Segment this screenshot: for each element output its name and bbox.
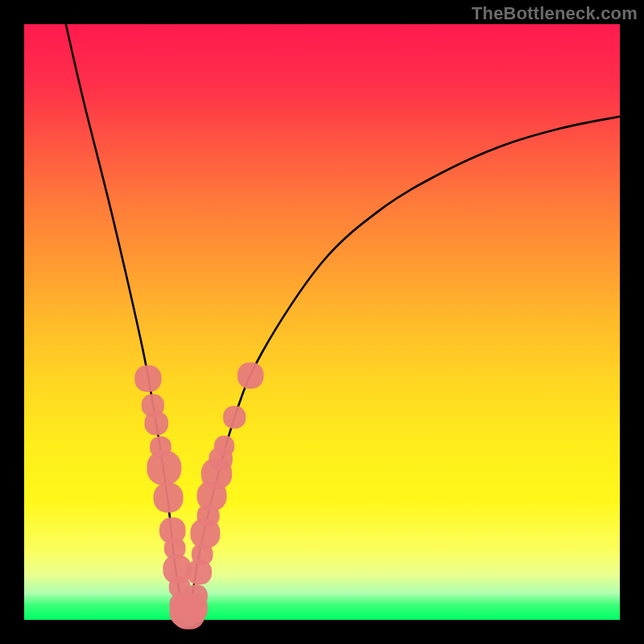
data-point (147, 451, 181, 485)
data-point (185, 584, 208, 607)
data-point (237, 362, 264, 389)
data-point (134, 365, 161, 392)
data-point (144, 411, 168, 436)
data-point (223, 406, 246, 428)
chart-container: TheBottleneck.com (0, 0, 644, 644)
bottleneck-curve (66, 24, 620, 616)
chart-svg (24, 24, 620, 620)
watermark-text: TheBottleneck.com (472, 3, 638, 24)
data-point (214, 436, 234, 456)
curve-path (66, 24, 620, 616)
data-markers (134, 362, 263, 630)
plot-area (24, 24, 620, 620)
data-point (154, 483, 184, 513)
